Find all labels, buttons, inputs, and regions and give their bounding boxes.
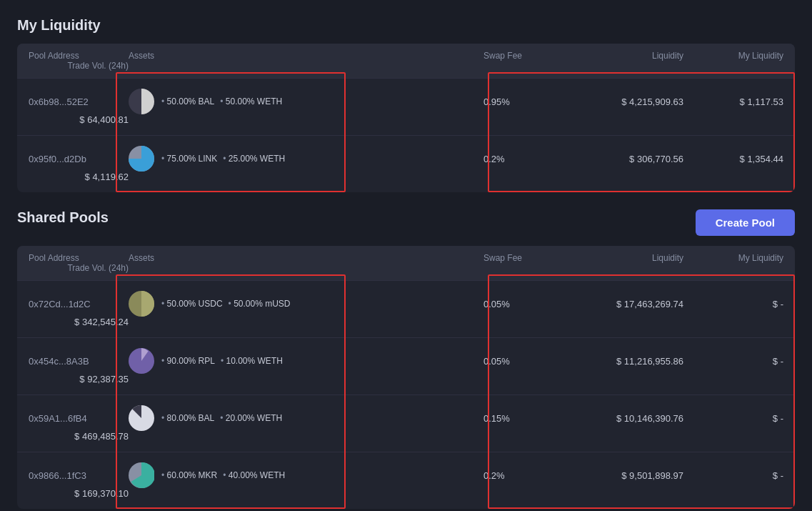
assets-cell: 60.00% MKR 40.00% WETH bbox=[129, 462, 357, 488]
trade-vol-value: $ 469,485.78 bbox=[29, 431, 129, 442]
trade-vol-value: $ 342,545.24 bbox=[29, 317, 129, 327]
liquidity-value: $ 306,770.56 bbox=[583, 154, 683, 164]
my-liquidity-table: Pool Address Assets Swap Fee Liquidity M… bbox=[17, 44, 795, 192]
swap-fee: 0.95% bbox=[483, 96, 583, 107]
shared-pools-header-row: Pool Address Assets Swap Fee Liquidity M… bbox=[17, 246, 795, 280]
table-row[interactable]: 0x59A1...6fB4 80.00% BAL 20.00% WETH 0.1… bbox=[17, 395, 795, 452]
asset-label: 50.00% mUSD bbox=[229, 299, 291, 309]
header-swap-fee: Swap Fee bbox=[483, 51, 583, 61]
liquidity-value: $ 11,216,955.86 bbox=[583, 356, 683, 367]
header-spacer bbox=[357, 51, 483, 61]
assets-cell: 50.00% BAL 50.00% WETH bbox=[129, 89, 357, 114]
header-my-liquidity: My Liquidity bbox=[683, 51, 783, 61]
pool-address: 0x454c...8A3B bbox=[29, 356, 129, 367]
liquidity-value: $ 9,501,898.97 bbox=[583, 470, 683, 481]
asset-label: 75.00% LINK bbox=[161, 154, 217, 164]
pie-chart-icon bbox=[129, 291, 154, 317]
my-liquidity-value: $ 1,354.44 bbox=[683, 154, 783, 164]
asset-labels: 75.00% LINK 25.00% WETH bbox=[161, 154, 285, 164]
assets-cell: 50.00% USDC 50.00% mUSD bbox=[129, 291, 357, 317]
asset-label: 80.00% BAL bbox=[161, 413, 214, 423]
asset-label: 10.00% WETH bbox=[221, 356, 283, 366]
table-row[interactable]: 0x6b98...52E2 50.00% BAL 50.00% WETH 0.9… bbox=[17, 78, 795, 135]
header-liquidity: Liquidity bbox=[583, 253, 683, 263]
create-pool-button[interactable]: Create Pool bbox=[696, 209, 795, 236]
asset-labels: 50.00% BAL 50.00% WETH bbox=[161, 96, 282, 106]
asset-labels: 80.00% BAL 20.00% WETH bbox=[161, 413, 282, 423]
pie-chart-icon bbox=[129, 405, 154, 431]
header-my-liquidity: My Liquidity bbox=[683, 253, 783, 263]
header-swap-fee: Swap Fee bbox=[483, 253, 583, 263]
pie-chart-icon bbox=[129, 462, 154, 488]
shared-pools-section: Shared Pools Create Pool Pool Address As… bbox=[17, 209, 795, 509]
assets-cell: 80.00% BAL 20.00% WETH bbox=[129, 405, 357, 431]
asset-label: 90.00% RPL bbox=[161, 356, 215, 366]
swap-fee: 0.05% bbox=[483, 356, 583, 367]
header-assets: Assets bbox=[129, 51, 357, 61]
my-liquidity-value: $ - bbox=[683, 413, 783, 424]
table-row[interactable]: 0x95f0...d2Db 75.00% LINK 25.00% WETH 0.… bbox=[17, 135, 795, 192]
pie-chart-icon bbox=[129, 146, 154, 172]
header-spacer bbox=[357, 253, 483, 263]
my-liquidity-section: My Liquidity Pool Address Assets Swap Fe… bbox=[17, 17, 795, 192]
header-trade-vol: Trade Vol. (24h) bbox=[29, 263, 129, 273]
my-liquidity-value: $ - bbox=[683, 470, 783, 481]
trade-vol-value: $ 64,400.81 bbox=[29, 114, 129, 125]
asset-label: 50.00% WETH bbox=[220, 96, 282, 106]
shared-pools-table: Pool Address Assets Swap Fee Liquidity M… bbox=[17, 246, 795, 509]
header-liquidity: Liquidity bbox=[583, 51, 683, 61]
asset-label: 50.00% BAL bbox=[161, 96, 214, 106]
asset-labels: 90.00% RPL 10.00% WETH bbox=[161, 356, 283, 366]
assets-cell: 75.00% LINK 25.00% WETH bbox=[129, 146, 357, 172]
my-liquidity-title: My Liquidity bbox=[17, 17, 795, 34]
asset-label: 60.00% MKR bbox=[161, 470, 217, 480]
swap-fee: 0.15% bbox=[483, 413, 583, 424]
liquidity-value: $ 17,463,269.74 bbox=[583, 299, 683, 309]
shared-pools-header: Shared Pools Create Pool bbox=[17, 209, 795, 236]
swap-fee: 0.2% bbox=[483, 470, 583, 481]
asset-label: 40.00% WETH bbox=[223, 470, 285, 480]
asset-labels: 50.00% USDC 50.00% mUSD bbox=[161, 299, 291, 309]
assets-cell: 90.00% RPL 10.00% WETH bbox=[129, 348, 357, 374]
asset-label: 50.00% USDC bbox=[161, 299, 223, 309]
liquidity-value: $ 10,146,390.76 bbox=[583, 413, 683, 424]
my-liquidity-value: $ - bbox=[683, 356, 783, 367]
swap-fee: 0.05% bbox=[483, 299, 583, 309]
asset-label: 20.00% WETH bbox=[220, 413, 282, 423]
asset-labels: 60.00% MKR 40.00% WETH bbox=[161, 470, 285, 480]
table-row[interactable]: 0x454c...8A3B 90.00% RPL 10.00% WETH 0.0… bbox=[17, 337, 795, 395]
table-row[interactable]: 0x72Cd...1d2C 50.00% USDC 50.00% mUSD 0.… bbox=[17, 280, 795, 337]
pie-chart-icon bbox=[129, 89, 154, 114]
swap-fee: 0.2% bbox=[483, 154, 583, 164]
my-liquidity-header: Pool Address Assets Swap Fee Liquidity M… bbox=[17, 44, 795, 78]
my-liquidity-value: $ - bbox=[683, 299, 783, 309]
asset-label: 25.00% WETH bbox=[223, 154, 285, 164]
header-assets: Assets bbox=[129, 253, 357, 263]
header-pool-address: Pool Address bbox=[29, 51, 129, 61]
table-row[interactable]: 0x9866...1fC3 60.00% MKR 40.00% WETH 0.2… bbox=[17, 452, 795, 509]
pool-address: 0x59A1...6fB4 bbox=[29, 413, 129, 424]
header-pool-address: Pool Address bbox=[29, 253, 129, 263]
header-trade-vol: Trade Vol. (24h) bbox=[29, 61, 129, 71]
my-liquidity-value: $ 1,117.53 bbox=[683, 96, 783, 107]
pool-address: 0x95f0...d2Db bbox=[29, 154, 129, 164]
liquidity-value: $ 4,215,909.63 bbox=[583, 96, 683, 107]
pie-chart-icon bbox=[129, 348, 154, 374]
pool-address: 0x9866...1fC3 bbox=[29, 470, 129, 481]
trade-vol-value: $ 4,119.62 bbox=[29, 172, 129, 182]
trade-vol-value: $ 169,370.10 bbox=[29, 488, 129, 499]
pool-address: 0x6b98...52E2 bbox=[29, 96, 129, 107]
shared-pools-title: Shared Pools bbox=[17, 209, 109, 226]
trade-vol-value: $ 92,387.35 bbox=[29, 374, 129, 385]
pool-address: 0x72Cd...1d2C bbox=[29, 299, 129, 309]
